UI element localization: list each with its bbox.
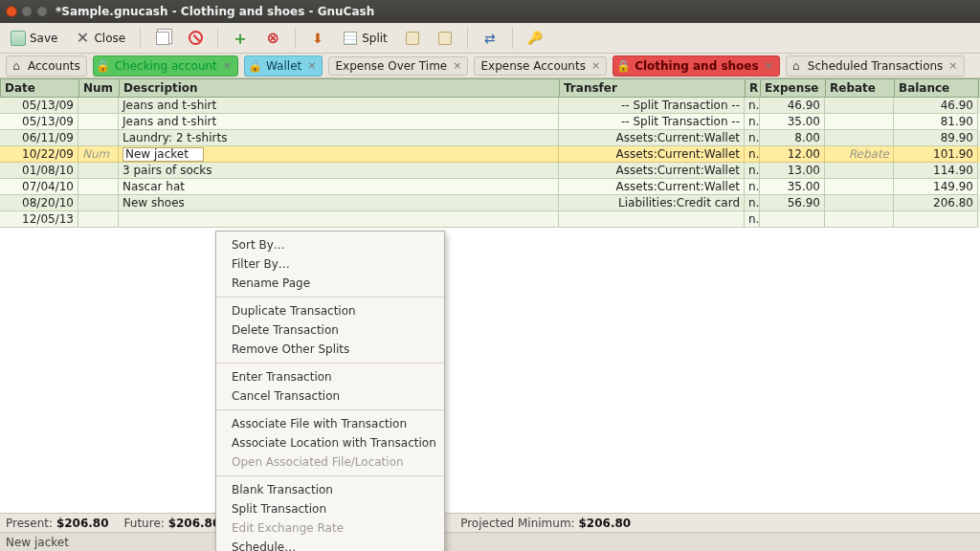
col-rebate[interactable]: Rebate [826, 79, 895, 97]
cell-balance[interactable]: 89.90 [894, 130, 978, 146]
tab-clothing-and-shoes[interactable]: 🔒 Clothing and shoes × [612, 55, 780, 77]
tab-close-icon[interactable]: × [223, 59, 232, 72]
cell-date[interactable]: 06/11/09 [0, 130, 78, 146]
col-description[interactable]: Description [120, 79, 560, 97]
cell-expense[interactable]: 35.00 [760, 179, 825, 195]
window-maximize-button[interactable] [36, 6, 48, 17]
cell-transfer[interactable]: Assets:Current:Wallet [559, 179, 745, 195]
cell-rebate[interactable]: Rebate [825, 146, 894, 163]
cell-description[interactable]: Jeans and t-shirt [119, 114, 559, 130]
tab-accounts[interactable]: ⌂ Accounts [6, 55, 87, 77]
col-balance[interactable]: Balance [895, 79, 979, 97]
tab-wallet[interactable]: 🔒 Wallet × [244, 55, 323, 77]
ctx-schedule[interactable]: Schedule… [216, 538, 444, 551]
cell-expense[interactable] [760, 211, 825, 228]
table-row[interactable]: 05/13/09Jeans and t-shirt-- Split Transa… [0, 98, 980, 114]
table-row[interactable]: 12/05/13n [0, 211, 980, 228]
cell-date[interactable]: 05/13/09 [0, 114, 78, 130]
cell-reconciled[interactable]: n [745, 146, 760, 163]
cell-date[interactable]: 05/13/09 [0, 98, 78, 114]
ctx-associate-location[interactable]: Associate Location with Transaction [216, 433, 444, 452]
cell-reconciled[interactable]: n [745, 211, 760, 228]
cell-num[interactable] [78, 195, 119, 211]
ctx-remove-other-splits[interactable]: Remove Other Splits [216, 340, 444, 359]
cell-reconciled[interactable]: n [745, 195, 760, 211]
cell-description[interactable] [119, 211, 559, 228]
transfer-button[interactable]: ⇄ [478, 28, 502, 49]
delete-button[interactable] [183, 28, 208, 49]
cell-transfer[interactable]: Assets:Current:Wallet [559, 130, 745, 146]
cell-reconciled[interactable]: n [745, 98, 760, 114]
col-num[interactable]: Num [79, 79, 120, 97]
close-button[interactable]: ✕ Close [70, 28, 130, 49]
cell-balance[interactable]: 81.90 [894, 114, 978, 130]
cell-date[interactable]: 12/05/13 [0, 211, 78, 228]
cell-balance[interactable]: 101.90 [894, 146, 978, 163]
table-row[interactable]: 08/20/10New shoesLiabilities:Credit card… [0, 195, 980, 211]
cell-date[interactable]: 10/22/09 [0, 146, 78, 163]
col-date[interactable]: Date [1, 79, 79, 97]
cell-rebate[interactable] [825, 130, 894, 146]
ctx-sort-by[interactable]: Sort By… [216, 235, 444, 254]
cell-description[interactable]: 3 pairs of socks [119, 163, 559, 179]
cell-transfer[interactable]: Liabilities:Credit card [559, 195, 745, 211]
window-minimize-button[interactable] [21, 6, 33, 17]
schedule-button[interactable] [433, 28, 457, 49]
reconcile-button[interactable]: 🔑 [523, 28, 547, 49]
cell-date[interactable]: 07/04/10 [0, 179, 78, 195]
cell-rebate[interactable] [825, 211, 894, 228]
table-row[interactable]: 06/11/09Laundry: 2 t-shirtsAssets:Curren… [0, 130, 980, 146]
cell-expense[interactable]: 35.00 [760, 114, 825, 130]
cell-balance[interactable]: 114.90 [894, 163, 978, 179]
cell-expense[interactable]: 13.00 [760, 163, 825, 179]
register-body[interactable]: 05/13/09Jeans and t-shirt-- Split Transa… [0, 98, 980, 513]
ctx-filter-by[interactable]: Filter By… [216, 254, 444, 274]
cell-num[interactable] [78, 211, 119, 228]
cell-rebate[interactable] [825, 163, 894, 179]
blank-button[interactable]: ⬇ [305, 28, 330, 49]
ctx-split-transaction[interactable]: Split Transaction [216, 499, 444, 518]
cell-transfer[interactable]: -- Split Transaction -- [559, 98, 745, 114]
cell-num[interactable] [78, 179, 119, 195]
cell-reconciled[interactable]: n [745, 114, 760, 130]
add-button[interactable]: ＋ [228, 28, 253, 49]
cell-balance[interactable]: 206.80 [894, 195, 978, 211]
tab-close-icon[interactable]: × [765, 59, 773, 72]
cell-balance[interactable] [894, 211, 978, 228]
split-button[interactable]: Split [338, 28, 392, 49]
cell-expense[interactable]: 8.00 [760, 130, 825, 146]
duplicate-button[interactable] [150, 28, 175, 49]
tab-checking-account[interactable]: 🔒 Checking account × [93, 55, 238, 77]
cell-rebate[interactable] [825, 98, 894, 114]
cell-date[interactable]: 01/08/10 [0, 163, 78, 179]
tab-close-icon[interactable]: × [948, 59, 957, 72]
col-transfer[interactable]: Transfer [560, 79, 746, 97]
col-reconciled[interactable]: R [746, 79, 761, 97]
cell-description[interactable]: Jeans and t-shirt [119, 98, 559, 114]
cell-rebate[interactable] [825, 114, 894, 130]
description-input[interactable]: New jacket [122, 147, 204, 162]
cell-description[interactable]: New jacket [119, 146, 559, 163]
cell-transfer[interactable]: Assets:Current:Wallet [559, 146, 745, 163]
table-row[interactable]: 05/13/09Jeans and t-shirt-- Split Transa… [0, 114, 980, 130]
cell-date[interactable]: 08/20/10 [0, 195, 78, 211]
cell-balance[interactable]: 149.90 [894, 179, 978, 195]
jump-button[interactable] [400, 28, 425, 49]
cell-description[interactable]: Laundry: 2 t-shirts [119, 130, 559, 146]
cell-reconciled[interactable]: n [745, 179, 760, 195]
cell-description[interactable]: New shoes [119, 195, 559, 211]
cell-reconciled[interactable]: n [745, 163, 760, 179]
cell-expense[interactable]: 46.90 [760, 98, 825, 114]
ctx-delete-transaction[interactable]: Delete Transaction [216, 320, 444, 340]
cell-rebate[interactable] [825, 179, 894, 195]
cell-balance[interactable]: 46.90 [894, 98, 978, 114]
table-row[interactable]: 10/22/09NumNew jacketAssets:Current:Wall… [0, 146, 980, 163]
cell-num[interactable] [78, 98, 119, 114]
cell-num[interactable] [78, 163, 119, 179]
cell-expense[interactable]: 56.90 [760, 195, 825, 211]
tab-close-icon[interactable]: × [307, 59, 316, 72]
cell-rebate[interactable] [825, 195, 894, 211]
ctx-rename-page[interactable]: Rename Page [216, 274, 444, 293]
cell-transfer[interactable]: -- Split Transaction -- [559, 114, 745, 130]
table-row[interactable]: 07/04/10Nascar hatAssets:Current:Walletn… [0, 179, 980, 195]
